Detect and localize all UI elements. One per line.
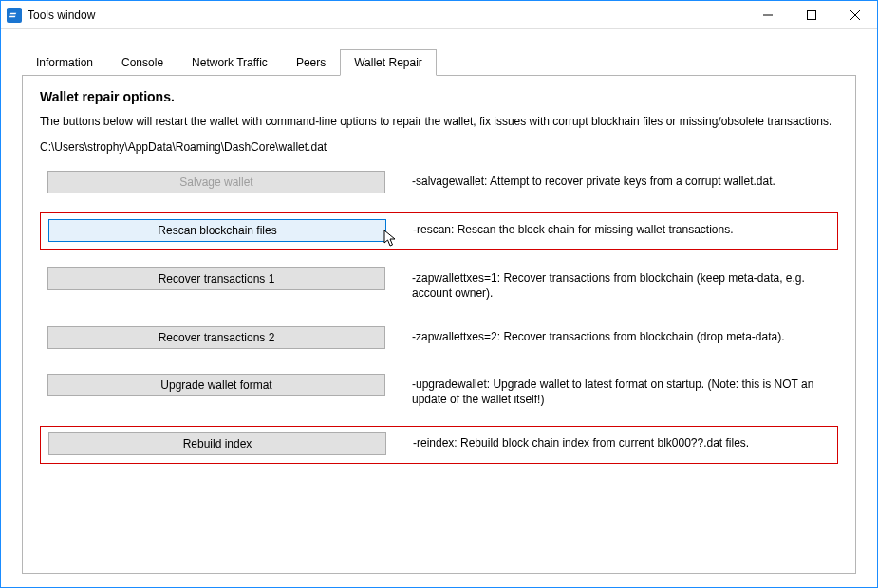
repair-option-row: Salvage wallet-salvagewallet: Attempt to… — [40, 165, 838, 201]
recover-transactions-2-button[interactable]: Recover transactions 2 — [47, 326, 385, 349]
rebuild-index-button[interactable]: Rebuild index — [48, 432, 386, 455]
tab-information[interactable]: Information — [22, 49, 107, 76]
close-button[interactable] — [833, 1, 877, 29]
repair-option-description: -zapwallettxes=1: Recover transactions f… — [412, 267, 831, 301]
page-heading: Wallet repair options. — [40, 89, 838, 104]
tab-network-traffic[interactable]: Network Traffic — [177, 49, 282, 76]
tab-bar: InformationConsoleNetwork TrafficPeersWa… — [22, 48, 856, 75]
repair-option-row: Upgrade wallet format-upgradewallet: Upg… — [40, 368, 838, 414]
tab-peers[interactable]: Peers — [282, 49, 340, 76]
salvage-wallet-button: Salvage wallet — [47, 171, 385, 193]
tab-panel: Wallet repair options. The buttons below… — [22, 75, 856, 574]
repair-options-list: Salvage wallet-salvagewallet: Attempt to… — [40, 165, 838, 464]
cursor-icon — [383, 230, 399, 255]
repair-option-description: -salvagewallet: Attempt to recover priva… — [412, 171, 775, 189]
tools-window: Tools window InformationConsoleNetwork T… — [0, 0, 878, 588]
window-controls — [746, 1, 877, 29]
repair-option-description: -upgradewallet: Upgrade wallet to latest… — [412, 374, 831, 407]
minimize-button[interactable] — [746, 1, 790, 29]
repair-option-row: Rebuild index-reindex: Rebuild block cha… — [40, 426, 838, 464]
repair-option-row: Recover transactions 1-zapwallettxes=1: … — [40, 262, 838, 308]
dash-app-icon — [7, 8, 22, 23]
repair-option-row: Rescan blockchain files-rescan: Rescan t… — [40, 212, 838, 250]
content-area: InformationConsoleNetwork TrafficPeersWa… — [1, 29, 877, 587]
repair-option-row: Recover transactions 2-zapwallettxes=2: … — [40, 321, 838, 357]
window-title: Tools window — [28, 9, 95, 22]
wallet-path: C:\Users\strophy\AppData\Roaming\DashCor… — [40, 140, 838, 154]
page-description: The buttons below will restart the walle… — [40, 114, 838, 129]
rescan-blockchain-files-button[interactable]: Rescan blockchain files — [48, 219, 386, 242]
tab-wallet-repair[interactable]: Wallet Repair — [340, 49, 437, 76]
repair-option-description: -reindex: Rebuild block chain index from… — [413, 432, 749, 450]
titlebar: Tools window — [1, 1, 877, 29]
recover-transactions-1-button[interactable]: Recover transactions 1 — [47, 267, 385, 290]
repair-option-description: -rescan: Rescan the block chain for miss… — [413, 219, 733, 237]
maximize-button[interactable] — [790, 1, 833, 29]
svg-rect-1 — [808, 10, 816, 19]
tab-console[interactable]: Console — [107, 49, 177, 76]
upgrade-wallet-format-button[interactable]: Upgrade wallet format — [47, 374, 385, 396]
repair-option-description: -zapwallettxes=2: Recover transactions f… — [412, 326, 785, 344]
